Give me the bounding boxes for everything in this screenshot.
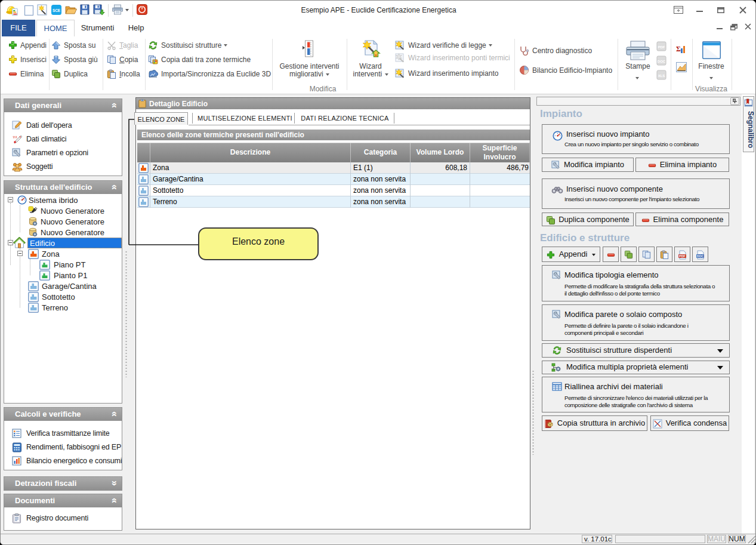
svg-text:PDF: PDF	[658, 45, 665, 49]
svg-text:PDF: PDF	[679, 254, 686, 258]
svg-text:Σ: Σ	[676, 45, 681, 53]
svg-text:DOC: DOC	[696, 254, 703, 258]
svg-text:XLS: XLS	[658, 74, 665, 78]
svg-text:DOC: DOC	[658, 60, 666, 63]
